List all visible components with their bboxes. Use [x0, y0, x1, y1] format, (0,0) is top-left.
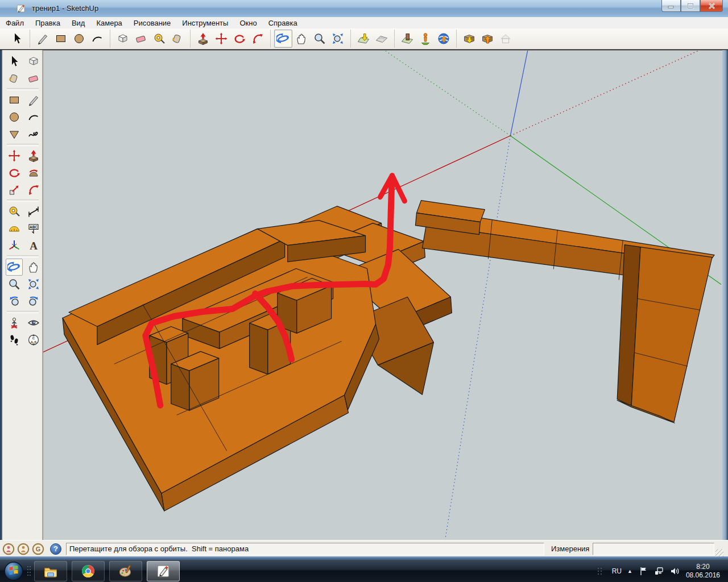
move-tool-button[interactable]	[6, 147, 23, 164]
polygon-tool-button[interactable]	[6, 126, 23, 143]
action-center-flag-icon[interactable]	[638, 566, 648, 576]
make-component-tool-button[interactable]	[25, 53, 42, 70]
taskbar-app-chrome[interactable]	[72, 561, 105, 581]
line-tool-button[interactable]	[34, 30, 52, 48]
move-tool-button[interactable]	[212, 30, 230, 48]
rotate-tool-button[interactable]	[6, 164, 23, 181]
tool-row	[6, 181, 42, 198]
offset-icon	[27, 183, 40, 197]
move-icon	[214, 32, 228, 45]
previous-tool-button[interactable]	[6, 293, 23, 310]
3d-text-tool-button[interactable]: A	[25, 237, 42, 254]
help-icon[interactable]: ?	[50, 543, 61, 555]
rectangle-tool-button[interactable]	[52, 30, 70, 48]
google-earth-tool-button[interactable]	[435, 30, 453, 48]
circle-tool-button[interactable]	[6, 109, 23, 126]
tape-measure-tool-button[interactable]	[6, 203, 23, 220]
look-around-tool-button[interactable]	[25, 314, 42, 331]
model-viewport[interactable]	[43, 50, 722, 540]
pan-tool-button[interactable]	[292, 30, 311, 48]
taskbar-app-sketchup[interactable]	[147, 561, 180, 581]
next-tool-button[interactable]	[25, 293, 42, 310]
section-plane-tool-button[interactable]: CA-S	[25, 331, 42, 348]
push-pull-tool-button[interactable]	[25, 147, 42, 164]
orbit-tool-button[interactable]	[6, 259, 23, 276]
make-component-icon	[116, 32, 130, 45]
follow-me-tool-button[interactable]	[25, 164, 42, 181]
model-face-dark[interactable]	[171, 364, 189, 410]
offset-tool-button[interactable]	[249, 30, 267, 48]
line-tool-button[interactable]	[25, 92, 42, 109]
paint-bucket-tool-button[interactable]	[168, 30, 187, 48]
geolocation-status-icon[interactable]	[2, 543, 15, 555]
zoom-tool-button[interactable]	[311, 30, 329, 48]
select-tool-button[interactable]	[8, 30, 26, 48]
menu-item-8[interactable]: Справка	[263, 18, 303, 28]
language-indicator[interactable]: RU	[612, 567, 622, 575]
scale-icon	[7, 183, 21, 197]
make-component-tool-button[interactable]	[114, 30, 132, 48]
photo-textures-tool-button[interactable]	[398, 30, 416, 48]
clock[interactable]: 8:20 08.06.2016	[686, 563, 725, 580]
circle-icon	[7, 110, 21, 124]
eraser-tool-button[interactable]	[132, 30, 150, 48]
circle-icon	[72, 32, 86, 45]
zoom-tool-button[interactable]	[6, 276, 23, 293]
measurements-input[interactable]	[593, 543, 714, 555]
position-camera-tool-button[interactable]	[6, 314, 23, 331]
signin-status-icon[interactable]: G	[32, 543, 44, 555]
dimension-tool-button[interactable]	[25, 203, 42, 220]
resize-grip[interactable]	[715, 549, 723, 557]
model-face-dark[interactable]	[250, 323, 268, 374]
menu-item-3[interactable]: Вид	[66, 18, 91, 28]
arc-tool-button[interactable]	[88, 30, 106, 48]
tray-expand-icon[interactable]: ▲	[627, 568, 632, 574]
start-button[interactable]	[3, 561, 24, 581]
preview-earth-tool-button[interactable]	[416, 30, 435, 48]
measurements-label: Измерения	[551, 544, 589, 553]
taskbar-app-paint[interactable]	[109, 561, 142, 581]
scale-tool-button[interactable]	[6, 181, 23, 198]
taskbar-app-explorer[interactable]	[34, 561, 67, 581]
paint-bucket-tool-button[interactable]	[6, 70, 23, 87]
maximize-button[interactable]	[681, 0, 700, 12]
menu-item-7[interactable]: Окно	[234, 18, 262, 28]
toggle-terrain-tool-button[interactable]	[373, 30, 391, 48]
freehand-tool-button[interactable]	[25, 126, 42, 143]
eraser-tool-button[interactable]	[25, 70, 42, 87]
zoom-extents-tool-button[interactable]	[329, 30, 347, 48]
arc-tool-button[interactable]	[25, 109, 42, 126]
menu-item-2[interactable]: Правка	[30, 18, 66, 28]
zoom-extents-tool-button[interactable]	[25, 276, 42, 293]
close-button[interactable]	[700, 0, 723, 12]
network-icon[interactable]	[654, 566, 664, 576]
offset-tool-button[interactable]	[25, 181, 42, 198]
get-models-tool-button[interactable]	[460, 30, 478, 48]
menu-item-5[interactable]: Рисование	[128, 18, 176, 28]
orbit-icon	[7, 260, 21, 274]
axes-tool-button[interactable]	[6, 237, 23, 254]
credit-status-icon[interactable]	[17, 543, 30, 555]
pan-tool-button[interactable]	[25, 259, 42, 276]
walk-tool-button[interactable]	[6, 331, 23, 348]
rectangle-tool-button[interactable]	[6, 92, 23, 109]
circle-tool-button[interactable]	[70, 30, 88, 48]
add-location-tool-button[interactable]	[354, 30, 373, 48]
share-model-tool-button[interactable]	[478, 30, 497, 48]
taskbar-grip[interactable]	[26, 564, 32, 579]
svg-text:G: G	[36, 546, 41, 552]
model-face-mid2[interactable]	[631, 247, 712, 422]
orbit-tool-button[interactable]	[274, 30, 292, 48]
menu-item-4[interactable]: Камера	[90, 18, 127, 28]
menu-item-6[interactable]: Инструменты	[176, 18, 234, 28]
minimize-button[interactable]	[661, 0, 681, 12]
text-tool-button[interactable]: ABC	[25, 220, 42, 237]
select-tool-button[interactable]	[6, 53, 23, 70]
rotate-tool-button[interactable]	[230, 30, 249, 48]
warehouse-tool-button[interactable]	[497, 30, 515, 48]
push-pull-tool-button[interactable]	[194, 30, 212, 48]
menu-item-1[interactable]: Файл	[0, 18, 30, 28]
tape-measure-tool-button[interactable]	[150, 30, 168, 48]
protractor-tool-button[interactable]	[6, 220, 23, 237]
volume-icon[interactable]	[670, 566, 680, 576]
